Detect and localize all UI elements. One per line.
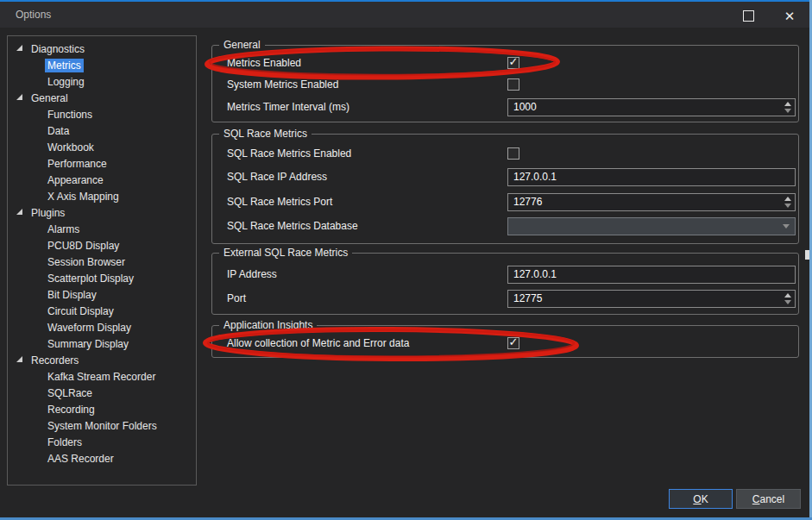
row-system-metrics-enabled: System Metrics Enabled [227, 73, 788, 96]
tree-item-folders[interactable]: Folders [8, 434, 196, 450]
group-title: General [219, 39, 265, 51]
spin-down-icon[interactable] [784, 109, 791, 113]
group-external-sql-race-metrics: External SQL Race Metrics IP Address Por… [211, 253, 799, 315]
tree-item-general[interactable]: General [8, 90, 196, 106]
expanded-triangle-icon[interactable] [16, 45, 22, 51]
cancel-button[interactable]: Cancel [736, 489, 801, 509]
allow-collection-checkbox[interactable]: ✓ [507, 337, 519, 349]
tree-item-plugins[interactable]: Plugins [8, 204, 196, 221]
expanded-triangle-icon[interactable] [16, 94, 22, 100]
tree-item-circuit-display[interactable]: Circuit Display [8, 303, 196, 319]
row-sql-race-metrics-database: SQL Race Metrics Database [227, 215, 788, 237]
tree-item-session-browser[interactable]: Session Browser [8, 254, 196, 270]
group-title: Application Insights [219, 319, 317, 331]
sql-race-metrics-port-input[interactable] [508, 196, 781, 208]
tree-item-alarms[interactable]: Alarms [8, 221, 196, 237]
row-sql-race-ip-address: SQL Race IP Address [227, 166, 788, 188]
spin-down-icon[interactable] [784, 300, 791, 304]
options-dialog: Options ✕ Diagnostics Metrics Logging Ge… [0, 0, 812, 520]
spin-up-icon[interactable] [784, 197, 791, 201]
group-application-insights: Application Insights Allow collection of… [211, 325, 799, 358]
dropdown-arrow-icon [783, 224, 790, 229]
spinner-icons [781, 291, 795, 307]
row-metrics-timer-interval: Metrics Timer Interval (ms) [227, 96, 788, 118]
tree-item-x-axis-mapping[interactable]: X Axis Mapping [8, 188, 196, 204]
sql-race-metrics-database-combobox [507, 217, 796, 235]
window-resize-notch[interactable] [805, 250, 809, 260]
spin-up-icon[interactable] [784, 293, 791, 298]
tree-item-aas-recorder[interactable]: AAS Recorder [8, 450, 196, 467]
options-tree: Diagnostics Metrics Logging General Func… [7, 35, 197, 486]
tree-item-diagnostics[interactable]: Diagnostics [8, 41, 196, 57]
system-metrics-enabled-checkbox[interactable] [507, 78, 519, 91]
metrics-timer-interval-spinner [507, 98, 796, 116]
tree-item-logging[interactable]: Logging [8, 73, 196, 90]
tree-item-waveform-display[interactable]: Waveform Display [8, 319, 196, 335]
sql-race-ip-address-input[interactable] [508, 171, 795, 183]
maximize-button[interactable] [733, 5, 763, 26]
row-external-port: Port [227, 287, 788, 310]
expanded-triangle-icon[interactable] [16, 209, 22, 215]
group-general: General Metrics Enabled ✓ System Metrics… [211, 45, 799, 122]
tree-item-bit-display[interactable]: Bit Display [8, 286, 196, 303]
spinner-icons [781, 194, 795, 210]
group-sql-race-metrics: SQL Race Metrics SQL Race Metrics Enable… [211, 134, 799, 244]
close-icon: ✕ [784, 9, 796, 22]
tree-item-scatterplot-display[interactable]: Scatterplot Display [8, 270, 196, 286]
tree-item-summary-display[interactable]: Summary Display [8, 335, 196, 352]
row-allow-collection: Allow collection of Metric and Error dat… [227, 332, 788, 354]
group-title: External SQL Race Metrics [219, 247, 352, 259]
external-port-spinner [507, 290, 796, 308]
tree-item-recorders[interactable]: Recorders [8, 352, 196, 368]
tree-item-functions[interactable]: Functions [8, 106, 196, 122]
tree-item-recording[interactable]: Recording [8, 401, 196, 417]
group-title: SQL Race Metrics [219, 128, 312, 140]
tree-item-sqlrace[interactable]: SQLRace [8, 385, 196, 401]
maximize-icon [743, 10, 754, 22]
sql-race-ip-address-field [507, 168, 796, 186]
tree-item-appearance[interactable]: Appearance [8, 172, 196, 188]
ok-button[interactable]: OK [669, 489, 733, 509]
spinner-icons [781, 99, 795, 116]
checkmark-icon: ✓ [509, 57, 519, 67]
external-port-input[interactable] [508, 292, 781, 304]
tree-item-metrics[interactable]: Metrics [8, 57, 196, 73]
tree-item-system-monitor-folders[interactable]: System Monitor Folders [8, 417, 196, 434]
window-title: Options [16, 9, 51, 21]
row-external-ip-address: IP Address [227, 263, 788, 285]
tree-item-workbook[interactable]: Workbook [8, 139, 196, 155]
external-ip-address-field [507, 266, 796, 284]
spin-down-icon[interactable] [784, 204, 791, 208]
row-sql-race-metrics-port: SQL Race Metrics Port [227, 191, 788, 213]
tree-item-pcu8d-display[interactable]: PCU8D Display [8, 237, 196, 254]
external-ip-address-input[interactable] [508, 268, 795, 280]
sql-race-metrics-port-spinner [507, 193, 796, 211]
sql-race-metrics-enabled-checkbox[interactable] [507, 147, 519, 160]
spin-up-icon[interactable] [784, 102, 791, 106]
metrics-timer-interval-input[interactable] [508, 101, 781, 113]
metrics-enabled-checkbox[interactable]: ✓ [507, 57, 519, 69]
expanded-triangle-icon[interactable] [16, 356, 22, 362]
tree-item-data[interactable]: Data [8, 122, 196, 139]
tree-item-kafka-stream-recorder[interactable]: Kafka Stream Recorder [8, 368, 196, 385]
titlebar[interactable]: Options ✕ [0, 2, 812, 28]
window-border-top [0, 0, 812, 2]
close-button[interactable]: ✕ [775, 5, 804, 26]
tree-item-performance[interactable]: Performance [8, 155, 196, 172]
checkmark-icon: ✓ [509, 337, 519, 348]
row-sql-race-metrics-enabled: SQL Race Metrics Enabled [227, 142, 788, 165]
row-metrics-enabled: Metrics Enabled ✓ [227, 52, 788, 74]
